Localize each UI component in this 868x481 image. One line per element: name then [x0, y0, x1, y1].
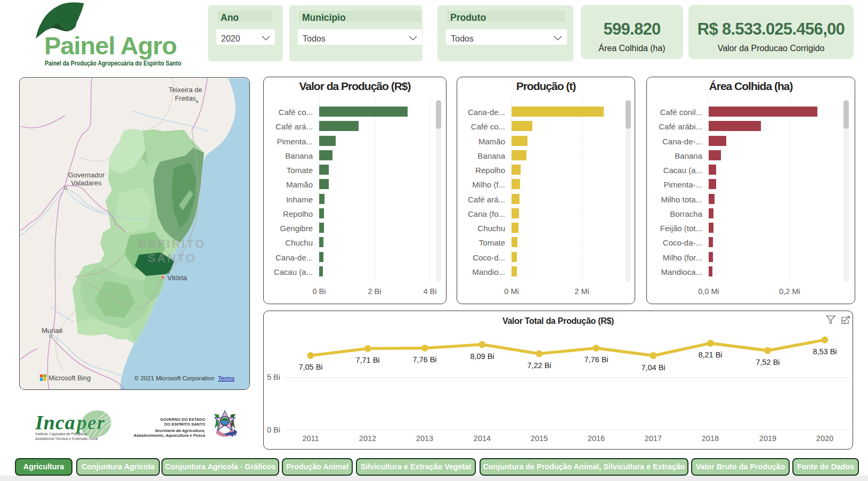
- svg-text:Instituto Capixaba de Pesquisa: Instituto Capixaba de Pesquisa,: [35, 432, 88, 436]
- svg-text:Valadares: Valadares: [71, 179, 102, 187]
- svg-text:Muriaé: Muriaé: [42, 327, 63, 335]
- svg-text:Assistência Técnica e Extensão: Assistência Técnica e Extensão Rural: [35, 437, 98, 441]
- svg-text:Vitória: Vitória: [167, 274, 187, 282]
- svg-text:per: per: [75, 411, 106, 434]
- svg-text:Governador: Governador: [68, 171, 105, 179]
- svg-text:Teixeira de: Teixeira de: [169, 86, 202, 94]
- svg-text:Terms: Terms: [218, 375, 235, 381]
- svg-text:ESPIRITO: ESPIRITO: [139, 237, 206, 250]
- svg-text:Inca: Inca: [35, 411, 76, 434]
- svg-text:Microsoft Bing: Microsoft Bing: [48, 374, 91, 382]
- svg-text:SANTO: SANTO: [148, 251, 197, 265]
- svg-text:Freitas: Freitas: [175, 94, 196, 102]
- svg-text:© 2021 Microsoft Corporation: © 2021 Microsoft Corporation: [134, 375, 214, 381]
